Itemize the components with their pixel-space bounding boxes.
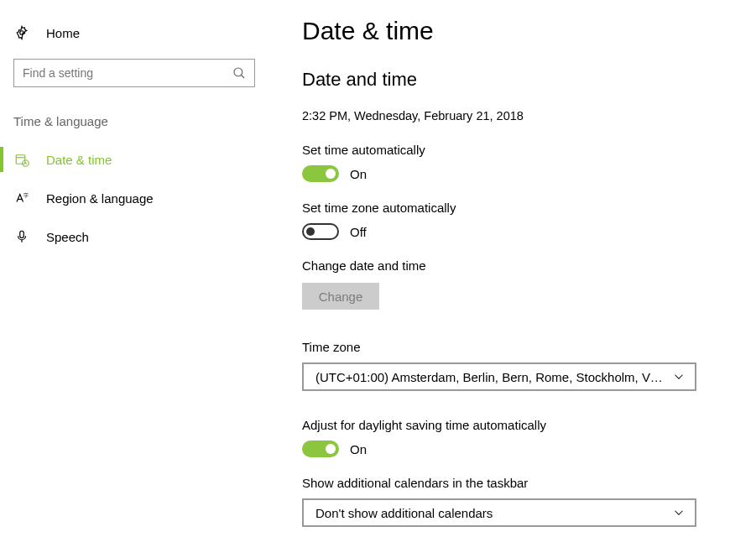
setting-set-timezone-auto: Set time zone automatically Off <box>302 201 722 240</box>
microphone-icon <box>14 229 29 244</box>
setting-label: Show additional calendars in the taskbar <box>302 476 722 490</box>
search-input[interactable] <box>13 59 255 87</box>
sidebar-item-speech[interactable]: Speech <box>0 217 269 256</box>
sidebar-item-label: Region & language <box>46 191 154 206</box>
dropdown-selected: (UTC+01:00) Amsterdam, Berlin, Bern, Rom… <box>315 370 665 384</box>
svg-rect-3 <box>16 155 25 164</box>
sidebar-item-date-time[interactable]: Date & time <box>0 140 269 179</box>
setting-daylight: Adjust for daylight saving time automati… <box>302 418 722 457</box>
change-button: Change <box>302 283 379 310</box>
setting-label: Change date and time <box>302 258 722 273</box>
sidebar-item-region-language[interactable]: 字 Region & language <box>0 179 269 217</box>
svg-text:字: 字 <box>23 192 29 198</box>
setting-change-datetime: Change date and time Change <box>302 258 722 310</box>
search-box <box>13 59 255 87</box>
toggle-set-timezone-auto[interactable] <box>302 223 339 240</box>
svg-rect-10 <box>20 231 24 237</box>
sidebar-item-label: Date & time <box>46 153 112 167</box>
timezone-dropdown[interactable]: (UTC+01:00) Amsterdam, Berlin, Bern, Rom… <box>302 362 696 391</box>
toggle-set-time-auto[interactable] <box>302 165 339 182</box>
chevron-down-icon <box>671 369 686 384</box>
page-title: Date & time <box>302 17 722 45</box>
dropdown-selected: Don't show additional calendars <box>315 506 665 520</box>
sidebar-section-label: Time & language <box>0 114 269 140</box>
toggle-state: On <box>350 167 367 181</box>
setting-timezone: Time zone (UTC+01:00) Amsterdam, Berlin,… <box>302 340 722 391</box>
sidebar: Home Time & language Date & time 字 Regio… <box>0 0 269 537</box>
language-icon: 字 <box>14 190 29 206</box>
setting-label: Adjust for daylight saving time automati… <box>302 418 722 432</box>
subsection-title: Date and time <box>302 69 722 91</box>
additional-calendars-dropdown[interactable]: Don't show additional calendars <box>302 498 696 527</box>
home-link[interactable]: Home <box>0 25 269 59</box>
setting-label: Time zone <box>302 340 722 354</box>
svg-line-7 <box>26 164 28 164</box>
home-label: Home <box>46 26 80 40</box>
toggle-state: On <box>350 442 367 456</box>
gear-icon <box>14 25 29 40</box>
setting-additional-calendars: Show additional calendars in the taskbar… <box>302 476 722 527</box>
toggle-state: Off <box>350 225 367 239</box>
toggle-daylight[interactable] <box>302 441 339 457</box>
setting-label: Set time automatically <box>302 143 722 157</box>
sidebar-item-label: Speech <box>46 230 89 244</box>
current-datetime: 2:32 PM, Wednesday, February 21, 2018 <box>302 109 722 123</box>
chevron-down-icon <box>671 505 686 520</box>
setting-label: Set time zone automatically <box>302 201 722 215</box>
calendar-clock-icon <box>14 152 29 167</box>
setting-set-time-auto: Set time automatically On <box>302 143 722 182</box>
main-content: Date & time Date and time 2:32 PM, Wedne… <box>269 0 756 537</box>
